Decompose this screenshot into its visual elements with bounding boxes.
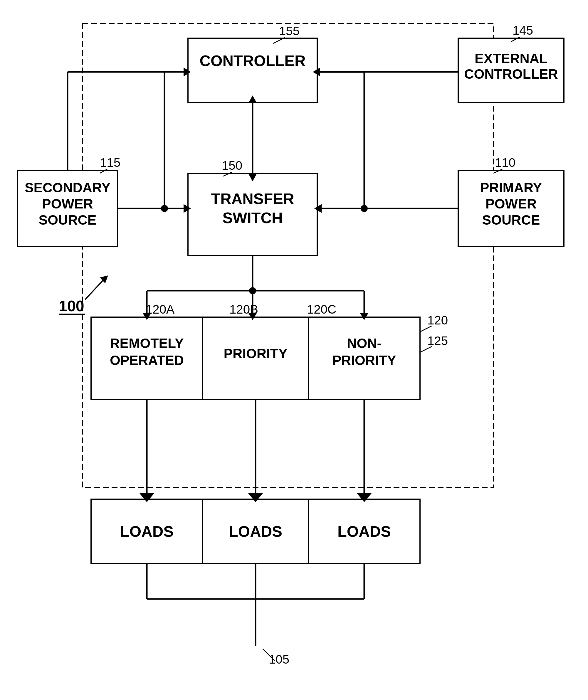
ref-125: 125: [427, 334, 448, 348]
loads3-label: LOADS: [337, 523, 391, 540]
external-controller-label-line2: CONTROLLER: [464, 66, 558, 82]
secondary-power-label1: SECONDARY: [25, 180, 110, 195]
primary-power-label1: PRIMARY: [480, 180, 542, 195]
diagram-container: CONTROLLER 155 TRANSFER SWITCH 150 EXTER…: [0, 0, 588, 700]
ref-155: 155: [279, 24, 300, 38]
ref-150: 150: [222, 159, 242, 172]
priority-label: PRIORITY: [224, 346, 287, 361]
external-controller-label-line1: EXTERNAL: [475, 51, 547, 66]
transfer-switch-label-line2: SWITCH: [222, 209, 283, 226]
ref-105: 105: [269, 652, 289, 666]
transfer-switch-label-line1: TRANSFER: [211, 190, 294, 207]
non-priority-label1: NON-: [347, 336, 382, 351]
primary-power-label3: SOURCE: [482, 212, 540, 228]
ref-100: 100: [59, 297, 84, 314]
secondary-power-label3: SOURCE: [39, 212, 97, 228]
remotely-operated-label2: OPERATED: [110, 353, 184, 368]
svg-rect-2: [188, 38, 317, 103]
secondary-power-label2: POWER: [42, 196, 93, 211]
ref-115: 115: [100, 156, 120, 169]
loads2-label: LOADS: [229, 523, 282, 540]
ref-110: 110: [495, 156, 515, 169]
primary-power-label2: POWER: [485, 196, 537, 211]
controller-label: CONTROLLER: [199, 52, 305, 69]
non-priority-label2: PRIORITY: [332, 353, 396, 368]
ref-120C: 120C: [307, 302, 336, 316]
ref-145: 145: [513, 23, 533, 37]
remotely-operated-label1: REMOTELY: [110, 336, 184, 351]
ref-120: 120: [427, 313, 448, 327]
loads1-label: LOADS: [120, 523, 174, 540]
